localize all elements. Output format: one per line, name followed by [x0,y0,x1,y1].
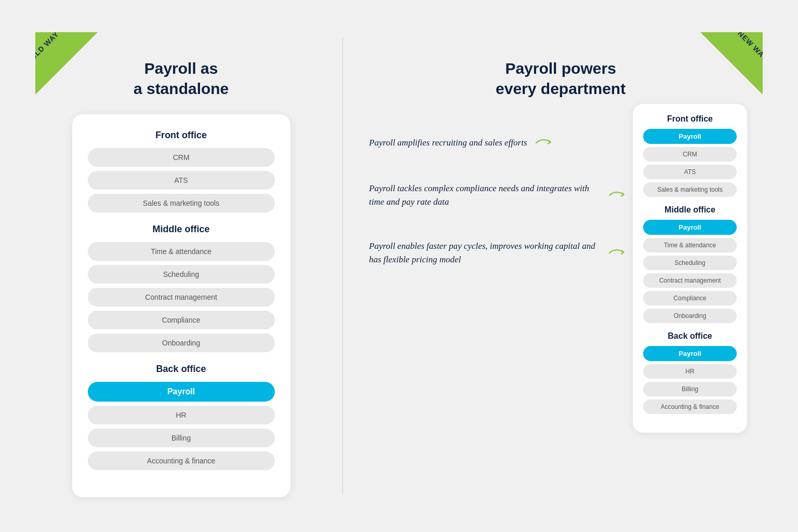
right-pill-hr: HR [643,364,737,379]
right-pill-payroll-middle: Payroll [643,220,737,235]
right-panel: NEW WAY Payroll powers every department … [364,37,757,495]
left-pill-billing: Billing [88,429,275,447]
left-panel: OLD WAY Payroll as a standalone Front of… [41,37,322,495]
left-pill-compliance: Compliance [88,311,275,329]
new-way-badge: NEW WAY [700,32,763,95]
old-way-badge: OLD WAY [35,32,98,95]
left-middle-office-group: Middle office Time & attendance Scheduli… [88,224,275,352]
right-panel-title: Payroll powers every department [496,58,626,99]
right-pill-ats: ATS [643,165,737,179]
left-panel-title: Payroll as a standalone [134,58,229,99]
right-pill-accounting: Accounting & finance [643,400,737,414]
desc-block-middle: Payroll tackles complex compliance needs… [369,182,628,208]
right-card: Front office Payroll CRM ATS Sales & mar… [633,104,747,433]
left-pill-crm: CRM [88,148,275,167]
right-pill-payroll-back: Payroll [643,346,737,361]
right-pill-contract-mgmt: Contract management [643,273,737,288]
desc-text-front: Payroll amplifies recruiting and sales e… [369,136,527,150]
arrow-middle-icon [607,188,628,203]
right-front-office-group: Front office Payroll CRM ATS Sales & mar… [643,114,737,197]
left-front-office-title: Front office [88,130,275,141]
center-divider [342,37,343,495]
right-pill-billing: Billing [643,382,737,396]
right-middle-office-title: Middle office [643,205,737,215]
left-pill-sales-marketing: Sales & marketing tools [88,194,275,212]
left-pill-contract-mgmt: Contract management [88,288,275,307]
desc-block-back: Payroll enables faster pay cycles, impro… [369,240,628,266]
right-pill-compliance: Compliance [643,291,737,305]
descriptions-section: Payroll amplifies recruiting and sales e… [369,104,633,266]
left-pill-onboarding: Onboarding [88,334,275,352]
desc-text-middle: Payroll tackles complex compliance needs… [369,182,601,208]
right-front-office-title: Front office [643,114,737,124]
arrow-back-icon [607,245,628,261]
left-card: Front office CRM ATS Sales & marketing t… [72,114,290,497]
right-content-area: Payroll amplifies recruiting and sales e… [364,104,757,433]
left-pill-hr: HR [88,406,275,424]
left-pill-ats: ATS [88,171,275,190]
left-front-office-group: Front office CRM ATS Sales & marketing t… [88,130,275,212]
right-pill-sales-marketing: Sales & marketing tools [643,182,737,197]
right-pill-onboarding: Onboarding [643,309,737,323]
desc-block-front: Payroll amplifies recruiting and sales e… [369,135,628,151]
right-pill-time-attendance: Time & attendance [643,238,737,252]
right-pill-crm: CRM [643,147,737,162]
new-way-label: NEW WAY [736,32,763,62]
left-pill-time-attendance: Time & attendance [88,242,275,261]
left-back-office-title: Back office [88,364,275,375]
desc-text-back: Payroll enables faster pay cycles, impro… [369,240,601,266]
right-pill-scheduling: Scheduling [643,256,737,270]
right-back-office-title: Back office [643,331,737,341]
right-pill-payroll-front: Payroll [643,129,737,144]
right-back-office-group: Back office Payroll HR Billing Accountin… [643,331,737,414]
left-pill-payroll: Payroll [88,382,275,402]
left-pill-scheduling: Scheduling [88,265,275,284]
right-middle-office-group: Middle office Payroll Time & attendance … [643,205,737,323]
left-back-office-group: Back office Payroll HR Billing Accountin… [88,364,275,470]
left-middle-office-title: Middle office [88,224,275,235]
left-pill-accounting: Accounting & finance [88,451,275,470]
arrow-front-icon [534,135,554,151]
old-way-label: OLD WAY [35,32,60,62]
